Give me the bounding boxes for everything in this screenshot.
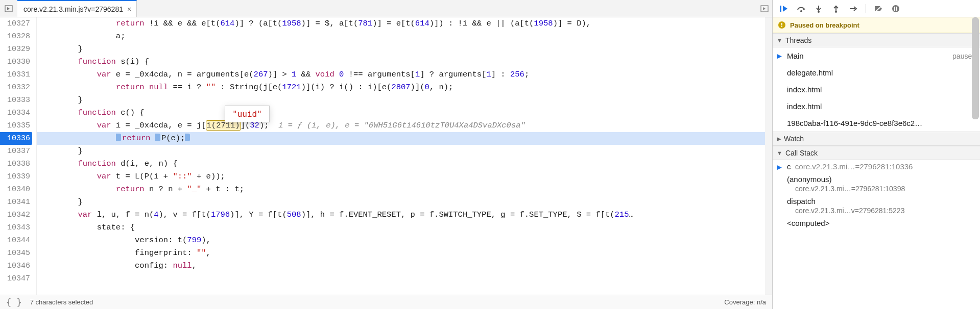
code-line[interactable]: config: null, bbox=[37, 260, 772, 272]
code-line[interactable]: return !i && e && e[t(614)] ? (a[t(1958)… bbox=[37, 17, 772, 30]
frame-function: c bbox=[787, 162, 791, 171]
line-number[interactable]: 10328 bbox=[0, 30, 32, 43]
coverage-info: Coverage: n/a bbox=[724, 298, 766, 306]
hover-tooltip: "uuid" bbox=[225, 106, 270, 122]
code-line[interactable]: version: t(799), bbox=[37, 234, 772, 247]
editor-status-bar: { } 7 characters selected Coverage: n/a bbox=[0, 295, 772, 309]
code-line[interactable]: return null == i ? "" : String(j[e(1721)… bbox=[37, 81, 772, 94]
thread-label: index.html bbox=[787, 85, 822, 94]
code-area[interactable]: 1032710328103291033010331103321033310334… bbox=[0, 17, 772, 295]
active-marker-icon: ▶ bbox=[777, 52, 782, 60]
line-gutter: 1032710328103291033010331103321033310334… bbox=[0, 17, 37, 295]
line-number[interactable]: 10332 bbox=[0, 81, 32, 94]
file-navigator-icon[interactable] bbox=[0, 4, 17, 13]
line-number[interactable]: 10338 bbox=[0, 158, 32, 170]
code-line[interactable]: var l, u, f = n(4), v = f[t(1796)], Y = … bbox=[37, 209, 772, 221]
resume-button[interactable] bbox=[777, 3, 791, 15]
code-line[interactable] bbox=[37, 272, 772, 285]
thread-item[interactable]: index.html bbox=[773, 98, 980, 115]
frame-function: (anonymous) bbox=[787, 175, 832, 184]
code-editor-panel: core.v2.21.3.min.js?v=2796281 × 10327103… bbox=[0, 0, 772, 309]
pause-message: Paused on breakpoint bbox=[790, 21, 859, 29]
callstack-pane-header[interactable]: ▼ Call Stack bbox=[773, 146, 980, 160]
step-over-button[interactable] bbox=[794, 3, 808, 15]
file-tab[interactable]: core.v2.21.3.min.js?v=2796281 × bbox=[17, 0, 137, 17]
frame-function: <computed> bbox=[787, 219, 829, 227]
line-number[interactable]: 10330 bbox=[0, 56, 32, 68]
breakpoint-marker[interactable] bbox=[185, 134, 190, 141]
code-line[interactable]: state: { bbox=[37, 221, 772, 234]
callstack-frame[interactable]: <computed> bbox=[773, 217, 980, 229]
code-line[interactable]: var t = L(P(i + "::" + e)); bbox=[37, 170, 772, 183]
active-marker-icon: ▶ bbox=[777, 163, 782, 171]
step-button[interactable] bbox=[846, 3, 861, 15]
more-tabs-icon[interactable] bbox=[760, 4, 769, 13]
deactivate-breakpoints-button[interactable] bbox=[871, 3, 886, 15]
line-number[interactable]: 10331 bbox=[0, 68, 32, 81]
sidebar-scrollbar[interactable] bbox=[970, 17, 980, 309]
braces-icon[interactable]: { } bbox=[6, 297, 22, 307]
code-line[interactable]: } bbox=[37, 43, 772, 56]
step-out-button[interactable] bbox=[829, 3, 843, 15]
line-number[interactable]: 10336 bbox=[0, 132, 32, 145]
line-number[interactable]: 10347 bbox=[0, 272, 32, 285]
code-line[interactable]: } bbox=[37, 196, 772, 209]
callstack-frame[interactable]: dispatchcore.v2.21.3.mi…v=2796281:5223 bbox=[773, 195, 980, 217]
code-line[interactable]: } bbox=[37, 94, 772, 107]
line-number[interactable]: 10346 bbox=[0, 260, 32, 272]
line-number[interactable]: 10335 bbox=[0, 119, 32, 132]
svg-rect-2 bbox=[780, 6, 781, 12]
pause-banner: Paused on breakpoint bbox=[773, 17, 980, 33]
frame-location: core.v2.21.3.mi…=2796281:10336 bbox=[795, 162, 913, 171]
line-number[interactable]: 10339 bbox=[0, 170, 32, 183]
code-line[interactable]: var e = _0x4cda, n = arguments[e(267)] >… bbox=[37, 68, 772, 81]
code-line[interactable]: return n ? n + "_" + t : t; bbox=[37, 183, 772, 196]
code-content[interactable]: return !i && e && e[t(614)] ? (a[t(1958)… bbox=[37, 17, 772, 295]
close-tab-icon[interactable]: × bbox=[127, 5, 131, 13]
code-line[interactable]: return P(e); bbox=[37, 132, 772, 145]
line-number[interactable]: 10337 bbox=[0, 145, 32, 158]
chevron-down-icon: ▼ bbox=[777, 150, 782, 156]
pause-exceptions-button[interactable] bbox=[889, 3, 903, 15]
code-line[interactable]: fingerprint: "", bbox=[37, 247, 772, 260]
threads-pane-header[interactable]: ▼ Threads bbox=[773, 33, 980, 47]
line-number[interactable]: 10342 bbox=[0, 209, 32, 221]
breakpoint-marker[interactable] bbox=[155, 134, 160, 141]
thread-item[interactable]: index.html bbox=[773, 81, 980, 98]
watch-pane-header[interactable]: ▶ Watch bbox=[773, 132, 980, 146]
callstack-frame[interactable]: (anonymous)core.v2.21.3.mi…=2796281:1039… bbox=[773, 173, 980, 195]
code-line[interactable]: a; bbox=[37, 30, 772, 43]
svg-rect-11 bbox=[781, 26, 782, 27]
svg-point-3 bbox=[800, 10, 802, 12]
editor-scrollbar[interactable] bbox=[765, 17, 772, 295]
code-line[interactable]: function d(i, e, n) { bbox=[37, 158, 772, 170]
step-into-button[interactable] bbox=[811, 3, 826, 15]
code-line[interactable]: function c() { bbox=[37, 107, 772, 119]
line-number[interactable]: 10343 bbox=[0, 221, 32, 234]
scrollbar-thumb[interactable] bbox=[972, 17, 979, 119]
debugger-toolbar bbox=[773, 0, 980, 17]
callstack-frame[interactable]: ▶c core.v2.21.3.mi…=2796281:10336 bbox=[773, 160, 980, 173]
thread-item[interactable]: ▶Mainpaused bbox=[773, 47, 980, 64]
svg-point-5 bbox=[835, 11, 837, 13]
frame-location: core.v2.21.3.mi…v=2796281:5223 bbox=[787, 205, 976, 215]
thread-item[interactable]: 198c0aba-f116-491e-9dc9-ce8f3e6c2… bbox=[773, 115, 980, 132]
line-number[interactable]: 10345 bbox=[0, 247, 32, 260]
svg-rect-10 bbox=[781, 23, 782, 25]
thread-item[interactable]: delegate.html bbox=[773, 64, 980, 81]
line-number[interactable]: 10329 bbox=[0, 43, 32, 56]
line-number[interactable]: 10327 bbox=[0, 17, 32, 30]
line-number[interactable]: 10334 bbox=[0, 107, 32, 119]
line-number[interactable]: 10333 bbox=[0, 94, 32, 107]
line-number[interactable]: 10344 bbox=[0, 234, 32, 247]
thread-label: 198c0aba-f116-491e-9dc9-ce8f3e6c2… bbox=[787, 119, 922, 127]
line-number[interactable]: 10340 bbox=[0, 183, 32, 196]
code-line[interactable]: var i = _0x4cda, e = j[i(2711)](32); i =… bbox=[37, 119, 772, 132]
svg-point-6 bbox=[892, 5, 899, 12]
debugger-sidebar: Paused on breakpoint ▼ Threads ▶Mainpaus… bbox=[772, 0, 980, 309]
code-line[interactable]: } bbox=[37, 145, 772, 158]
selection-info: 7 characters selected bbox=[30, 298, 93, 306]
line-number[interactable]: 10341 bbox=[0, 196, 32, 209]
breakpoint-marker[interactable] bbox=[116, 134, 121, 141]
code-line[interactable]: function s(i) { bbox=[37, 56, 772, 68]
